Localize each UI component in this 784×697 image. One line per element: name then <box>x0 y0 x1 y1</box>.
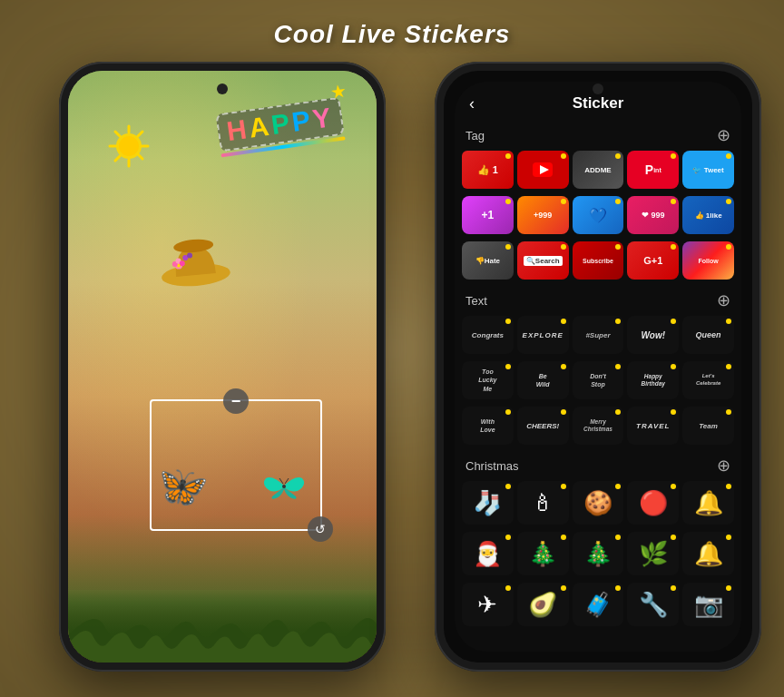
text-sticker-travel[interactable]: TRAVEL <box>627 407 679 445</box>
xmas-stocking[interactable]: 🧦 <box>462 481 514 525</box>
svg-line-6 <box>115 132 120 136</box>
text-label: Text <box>466 294 487 308</box>
sticker-scroll[interactable]: Tag ⊕ 👍 1 ADDME Pint <box>455 120 741 650</box>
christmas-row-1: 🧦 🕯 🍪 🔴 🔔 <box>455 479 741 530</box>
text-row-1: Congrats EXPLORE #Super Wow! Queen <box>455 314 741 359</box>
right-phone-screen: ‹ Sticker Tag ⊕ 👍 1 <box>444 71 752 663</box>
left-phone-camera <box>217 83 228 94</box>
xmas-bell[interactable]: 🔔 <box>682 481 734 525</box>
christmas-label: Christmas <box>466 459 519 473</box>
xmas-ornament[interactable]: 🔴 <box>627 481 679 525</box>
text-sticker-celebrate[interactable]: Let'sCelebrate <box>682 361 734 399</box>
tag-sticker-subscribe[interactable]: Subscribe <box>573 241 624 280</box>
tag-sticker-plus999[interactable]: +999 <box>517 196 569 234</box>
page-title: Cool Live Stickers <box>0 20 784 49</box>
right-phone: ‹ Sticker Tag ⊕ 👍 1 <box>435 62 761 672</box>
hat-sticker[interactable] <box>156 227 234 304</box>
tag-sticker-plus1[interactable]: +1 <box>462 196 514 234</box>
text-sticker-team[interactable]: Team <box>682 407 734 445</box>
text-sticker-wow[interactable]: Wow! <box>627 316 679 354</box>
tag-sticker-youtube[interactable] <box>517 151 569 189</box>
xmas-bells[interactable]: 🔔 <box>682 532 734 575</box>
text-sticker-wild[interactable]: BeWild <box>517 361 569 399</box>
tag-sticker-tweet[interactable]: 🐦 Tweet <box>682 151 734 189</box>
left-phone-screen: ★ HAPPY <box>68 71 377 663</box>
text-sticker-explore[interactable]: EXPLORE <box>517 316 569 354</box>
text-row-2: TooLuckyMe BeWild Don'tStop HappyBirthda… <box>455 359 741 405</box>
tag-sticker-1like[interactable]: 👍 1like <box>682 196 734 234</box>
tag-plus-button[interactable]: ⊕ <box>717 125 730 145</box>
christmas-row-3: ✈ 🥑 🧳 🔧 📷 <box>455 581 741 632</box>
xmas-plane[interactable]: ✈ <box>462 583 514 626</box>
text-sticker-cheers[interactable]: CHEERS! <box>517 407 569 445</box>
right-phone-camera <box>593 83 603 94</box>
christmas-plus-button[interactable]: ⊕ <box>717 456 730 476</box>
tag-label: Tag <box>466 129 485 142</box>
svg-line-7 <box>138 154 142 159</box>
xmas-camera[interactable]: 📷 <box>682 583 734 626</box>
text-sticker-dont-stop[interactable]: Don'tStop <box>573 361 624 399</box>
tag-section-header: Tag ⊕ <box>455 120 741 149</box>
left-phone: ★ HAPPY <box>59 62 386 672</box>
tag-sticker-addme[interactable]: ADDME <box>573 151 624 189</box>
xmas-santa[interactable]: 🎅 <box>462 532 514 575</box>
text-sticker-love[interactable]: WithLove <box>462 407 514 445</box>
tag-sticker-like[interactable]: 👍 1 <box>462 151 514 189</box>
tag-sticker-follow[interactable]: Follow <box>682 241 734 280</box>
tag-sticker-hate[interactable]: 👎Hate <box>462 241 514 280</box>
xmas-tree2[interactable]: 🎄 <box>573 532 624 575</box>
selection-rotate-handle[interactable]: ↺ <box>308 516 333 542</box>
text-sticker-happy-bday[interactable]: HappyBirthday <box>627 361 679 399</box>
photo-content: ★ HAPPY <box>68 71 377 663</box>
tag-sticker-g1[interactable]: G+1 <box>627 241 679 280</box>
sticker-title: Sticker <box>573 94 624 113</box>
text-sticker-super[interactable]: #Super <box>573 316 624 354</box>
tag-sticker-heart[interactable]: 💙 <box>573 196 624 234</box>
text-section-header: Text ⊕ <box>455 285 741 314</box>
tag-sticker-heart999[interactable]: ❤ 999 <box>627 196 679 234</box>
svg-line-8 <box>138 132 142 136</box>
grass <box>68 590 377 663</box>
text-sticker-lucky[interactable]: TooLuckyMe <box>462 361 514 399</box>
sun-sticker[interactable] <box>104 121 154 171</box>
tag-row-2: +1 +999 💙 ❤ 999 👍 1like <box>455 194 741 240</box>
xmas-luggage[interactable]: 🧳 <box>573 583 624 626</box>
svg-line-9 <box>115 156 120 161</box>
back-button[interactable]: ‹ <box>469 94 475 113</box>
xmas-cookie[interactable]: 🍪 <box>573 481 624 525</box>
xmas-tools[interactable]: 🔧 <box>627 583 679 626</box>
xmas-candle[interactable]: 🕯 <box>517 481 569 525</box>
xmas-avocado[interactable]: 🥑 <box>517 583 569 626</box>
tag-row-1: 👍 1 ADDME Pint 🐦 Tweet <box>455 149 741 194</box>
text-sticker-queen[interactable]: Queen <box>682 316 734 354</box>
text-sticker-congrats[interactable]: Congrats <box>462 316 514 354</box>
text-plus-button[interactable]: ⊕ <box>717 290 730 310</box>
text-sticker-christmas[interactable]: MerryChristmas <box>573 407 624 445</box>
selection-minus-button[interactable]: − <box>223 388 249 414</box>
right-phone-content: ‹ Sticker Tag ⊕ 👍 1 <box>455 82 741 652</box>
tag-sticker-pinterest[interactable]: Pint <box>627 151 679 189</box>
selection-box[interactable]: − ↺ <box>150 399 322 531</box>
xmas-tree1[interactable]: 🎄 <box>517 532 569 575</box>
xmas-wreath[interactable]: 🌿 <box>627 532 679 575</box>
happy-sticker[interactable]: ★ HAPPY <box>215 97 346 158</box>
christmas-row-2: 🎅 🎄 🎄 🌿 🔔 <box>455 530 741 581</box>
christmas-section-header: Christmas ⊕ <box>455 450 741 479</box>
tag-row-3: 👎Hate 🔍Search Subscribe G+1 Follow <box>455 240 741 285</box>
svg-point-1 <box>119 136 139 156</box>
text-row-3: WithLove CHEERS! MerryChristmas TRAVEL T… <box>455 405 741 450</box>
tag-sticker-search[interactable]: 🔍Search <box>517 241 569 280</box>
